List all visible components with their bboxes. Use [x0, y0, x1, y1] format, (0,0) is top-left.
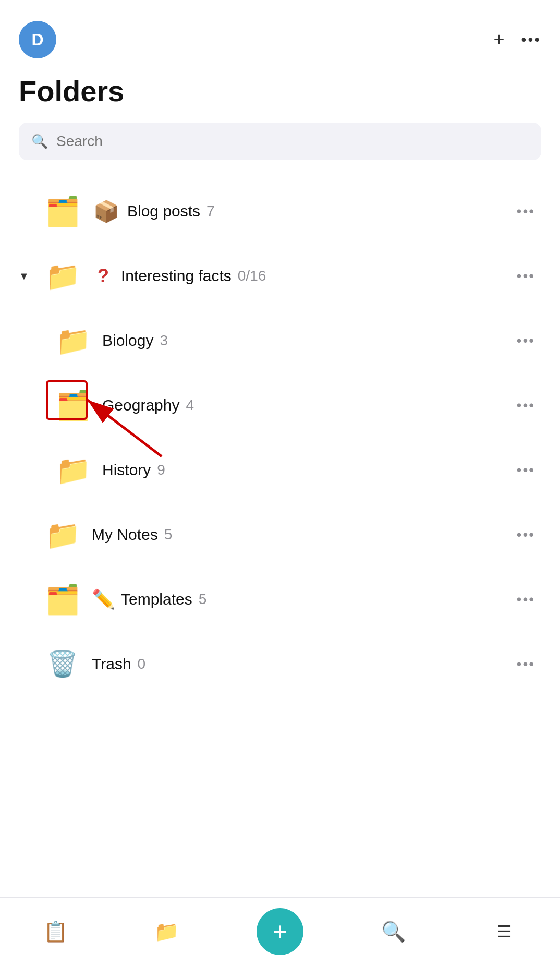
folder-emoji: 📦: [93, 199, 119, 224]
folder-more-button[interactable]: •••: [510, 652, 541, 677]
folder-count: 4: [186, 397, 194, 414]
search-box[interactable]: 🔍: [19, 123, 541, 160]
list-item[interactable]: 📁 My Notes 5 •••: [0, 502, 560, 567]
trash-icon: 🗑️: [47, 649, 78, 679]
search-icon: 🔍: [31, 134, 48, 150]
folder-icon-area: 📁: [42, 516, 83, 553]
folder-info: Blog posts 7: [127, 202, 510, 220]
list-item[interactable]: 🗂️ 📦 Blog posts 7 •••: [0, 179, 560, 244]
folder-icon-area: 📁: [52, 451, 94, 489]
folder-icon: 📁: [56, 327, 91, 355]
folder-count: 7: [206, 203, 215, 220]
app-header: D + •••: [0, 0, 560, 69]
folder-name: Trash: [92, 655, 131, 673]
folder-count: 5: [164, 526, 173, 543]
folder-name: Biology: [102, 332, 153, 349]
folder-list: 🗂️ 📦 Blog posts 7 ••• ▼ 📁 ? Interesting …: [0, 179, 560, 759]
folder-info: History 9: [102, 461, 510, 479]
menu-icon: ☰: [497, 922, 512, 942]
folder-info: Geography 4: [102, 396, 510, 414]
shared-folder-icon: 🗂️: [45, 585, 80, 613]
folder-info: Trash 0: [92, 655, 510, 673]
nav-search[interactable]: 🔍: [373, 911, 415, 952]
folder-more-button[interactable]: •••: [510, 263, 541, 288]
chevron-icon: ▼: [19, 270, 31, 282]
folder-info: Biology 3: [102, 332, 510, 349]
folder-icon-area: 🗂️: [52, 387, 94, 424]
more-options-button[interactable]: •••: [521, 32, 541, 47]
add-button[interactable]: +: [494, 30, 505, 49]
folder-name: Interesting facts: [121, 267, 232, 285]
nav-menu[interactable]: ☰: [484, 911, 526, 952]
folder-info: My Notes 5: [92, 526, 510, 544]
folder-icon: 📁: [45, 262, 80, 290]
folder-more-button[interactable]: •••: [510, 457, 541, 482]
shared-folder-icon: 🗂️: [56, 391, 91, 419]
page-title: Folders: [0, 69, 560, 123]
add-icon: +: [273, 917, 287, 946]
search-container: 🔍: [0, 123, 560, 179]
folder-name: History: [102, 461, 151, 479]
avatar[interactable]: D: [19, 21, 56, 58]
header-actions: + •••: [494, 30, 541, 49]
folder-count: 0/16: [238, 268, 266, 284]
folder-icon: 📁: [45, 521, 80, 549]
folder-count: 0: [138, 656, 146, 672]
list-item[interactable]: 🗂️ ✏️ Templates 5 •••: [0, 567, 560, 632]
folder-name: My Notes: [92, 526, 158, 544]
folder-info: Interesting facts 0/16: [121, 267, 510, 285]
folder-count: 5: [199, 591, 207, 608]
pencil-area: ✏️: [92, 581, 117, 618]
nav-folders[interactable]: 📁: [145, 911, 187, 952]
pencil-icon: ✏️: [92, 588, 115, 610]
folder-count: 9: [157, 462, 165, 478]
nav-search-icon: 🔍: [381, 920, 406, 943]
folder-icon: 📁: [56, 456, 91, 484]
shared-folder-icon: 🗂️: [45, 197, 80, 225]
folder-icon-area: 🗂️: [42, 581, 83, 618]
notes-icon: 📋: [43, 920, 68, 943]
folders-icon: 📁: [154, 920, 179, 943]
folder-name: Geography: [102, 396, 179, 414]
folder-icon-area: 🗑️: [42, 645, 83, 683]
folder-more-button[interactable]: •••: [510, 199, 541, 224]
folder-more-button[interactable]: •••: [510, 587, 541, 612]
folder-icon-area: 📁: [52, 322, 94, 359]
search-input[interactable]: [56, 133, 529, 150]
list-item[interactable]: ▼ 📁 ? Interesting facts 0/16 •••: [0, 244, 560, 308]
folder-icon-area: 📁: [42, 257, 83, 295]
list-item[interactable]: 📁 Biology 3 •••: [0, 308, 560, 373]
folder-more-button[interactable]: •••: [510, 328, 541, 353]
folder-emoji-area: 📦: [92, 197, 121, 226]
list-item[interactable]: 📁 History 9 •••: [0, 438, 560, 502]
folder-info: Templates 5: [121, 590, 510, 608]
question-area: ?: [92, 261, 115, 291]
folder-name: Templates: [121, 590, 192, 608]
folder-more-button[interactable]: •••: [510, 522, 541, 547]
folder-count: 3: [160, 332, 168, 349]
question-mark: ?: [98, 265, 109, 287]
folder-name: Blog posts: [127, 202, 200, 220]
nav-notes[interactable]: 📋: [34, 911, 76, 952]
nav-add-button[interactable]: +: [257, 908, 303, 955]
bottom-navigation: 📋 📁 + 🔍 ☰: [0, 897, 560, 965]
folder-icon-area: 🗂️: [42, 192, 83, 230]
folder-more-button[interactable]: •••: [510, 393, 541, 418]
list-item[interactable]: 🗂️ Geography 4 •••: [0, 373, 560, 438]
list-item[interactable]: 🗑️ Trash 0 •••: [0, 632, 560, 696]
